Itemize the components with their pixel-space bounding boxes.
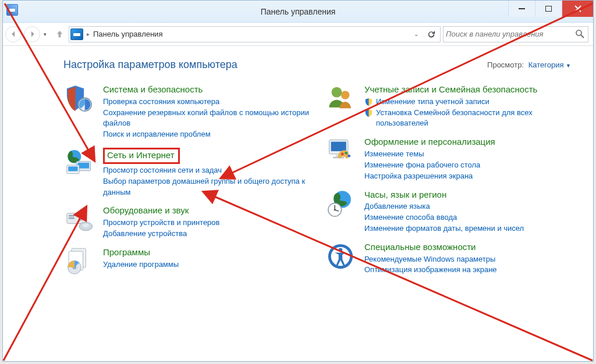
svg-rect-10 <box>69 217 74 219</box>
svg-point-13 <box>83 224 89 228</box>
category-network-internet: Сеть и Интернет Просмотр состояния сети … <box>63 147 310 198</box>
view-by-value: Категория <box>528 60 564 69</box>
link-screen-resolution[interactable]: Настройка разрешения экрана <box>364 171 495 182</box>
user-accounts-icon <box>325 84 356 115</box>
control-panel-icon <box>70 28 83 40</box>
recent-locations-dropdown[interactable]: ▾ <box>44 31 47 37</box>
link-check-state[interactable]: Проверка состояния компьютера <box>103 97 310 108</box>
link-change-background[interactable]: Изменение фона рабочего стола <box>364 160 495 171</box>
link-network-internet[interactable]: Сеть и Интернет <box>103 148 180 164</box>
svg-point-19 <box>341 91 350 99</box>
link-optimize-display[interactable]: Оптимизация изображения на экране <box>364 265 497 276</box>
back-button[interactable] <box>5 26 22 42</box>
window-title: Панель управления <box>261 7 336 16</box>
forward-button[interactable] <box>24 26 40 42</box>
link-input-method[interactable]: Изменение способа ввода <box>364 212 524 223</box>
programs-icon <box>63 247 95 278</box>
system-security-icon <box>63 84 95 115</box>
category-clock-language: Часы, язык и регион Добавление языка Изм… <box>325 189 571 234</box>
svg-point-34 <box>339 248 343 252</box>
breadcrumb-separator: ▸ <box>87 31 90 37</box>
svg-point-18 <box>332 87 342 98</box>
link-devices-printers[interactable]: Просмотр устройств и принтеров <box>103 217 219 229</box>
breadcrumb-root[interactable]: Панель управления <box>93 30 162 38</box>
navigation-bar: ▾ ▸ Панель управления ⌄ <box>3 23 593 46</box>
category-programs: Программы Удаление программы <box>63 247 310 278</box>
svg-rect-9 <box>69 215 74 216</box>
link-change-account-type[interactable]: Изменение типа учетной записи <box>364 97 571 108</box>
clock-language-icon <box>325 189 356 220</box>
view-by-control[interactable]: Просмотр: Категория ▼ <box>487 60 571 69</box>
category-hardware-sound: Оборудование и звук Просмотр устройств и… <box>63 205 310 239</box>
link-change-theme[interactable]: Изменение темы <box>364 149 495 160</box>
search-box[interactable] <box>443 26 588 42</box>
window-frame: Панель управления ▾ ▸ Панель управле <box>2 0 594 362</box>
minimize-button[interactable] <box>508 1 535 17</box>
svg-point-24 <box>341 153 344 156</box>
svg-rect-5 <box>78 163 90 169</box>
link-troubleshoot[interactable]: Поиск и исправление проблем <box>103 129 310 140</box>
ease-of-access-icon <box>325 241 356 273</box>
address-bar[interactable]: ▸ Панель управления ⌄ <box>69 26 441 42</box>
link-network-status[interactable]: Просмотр состояния сети и задач <box>103 165 310 176</box>
uac-shield-icon <box>364 109 373 117</box>
network-internet-icon <box>63 147 95 179</box>
svg-point-25 <box>345 152 347 155</box>
chevron-down-icon: ▼ <box>566 63 571 69</box>
link-file-history[interactable]: Сохранение резервных копий файлов с помо… <box>103 108 310 130</box>
link-family-safety[interactable]: Установка Семейной безопасности для всех… <box>364 108 571 130</box>
link-programs[interactable]: Программы <box>103 247 179 258</box>
svg-rect-21 <box>331 142 346 151</box>
link-system-security[interactable]: Система и безопасность <box>103 84 310 95</box>
link-homegroup[interactable]: Выбор параметров домашней группы и общег… <box>103 176 310 198</box>
svg-point-26 <box>347 155 350 158</box>
svg-point-11 <box>79 216 83 221</box>
link-appearance[interactable]: Оформление и персонализация <box>364 137 495 148</box>
link-clock-language[interactable]: Часы, язык и регион <box>364 190 524 201</box>
link-add-language[interactable]: Добавление языка <box>364 201 524 212</box>
category-system-security: Система и безопасность Проверка состояни… <box>63 84 310 140</box>
content-area: Настройка параметров компьютера Просмотр… <box>3 46 593 361</box>
link-add-device[interactable]: Добавление устройства <box>103 229 219 240</box>
view-by-label: Просмотр: <box>487 60 524 69</box>
uac-shield-icon <box>364 98 373 106</box>
hardware-sound-icon <box>63 205 95 236</box>
svg-rect-7 <box>68 166 77 171</box>
appearance-icon <box>325 136 356 167</box>
link-recommended-settings[interactable]: Рекомендуемые Windows параметры <box>364 254 497 265</box>
search-icon[interactable] <box>575 29 586 40</box>
svg-line-1 <box>581 35 584 38</box>
link-hardware-sound[interactable]: Оборудование и звук <box>103 205 219 216</box>
refresh-button[interactable] <box>424 27 438 41</box>
close-button[interactable] <box>562 1 593 17</box>
link-date-time-formats[interactable]: Изменение форматов даты, времени и чисел <box>364 223 524 234</box>
maximize-button[interactable] <box>535 1 562 17</box>
address-history-dropdown[interactable]: ⌄ <box>411 31 421 37</box>
category-ease-of-access: Специальные возможности Рекомендуемые Wi… <box>325 241 571 276</box>
link-user-accounts[interactable]: Учетные записи и Семейная безопасность <box>364 84 571 95</box>
link-uninstall[interactable]: Удаление программы <box>103 259 179 270</box>
up-button[interactable] <box>52 26 66 42</box>
search-input[interactable] <box>446 30 575 38</box>
category-appearance: Оформление и персонализация Изменение те… <box>325 136 571 181</box>
svg-point-0 <box>576 30 581 35</box>
category-user-accounts: Учетные записи и Семейная безопасность И… <box>325 84 571 129</box>
link-ease-of-access[interactable]: Специальные возможности <box>364 242 497 253</box>
page-heading: Настройка параметров компьютера <box>63 59 237 71</box>
titlebar[interactable]: Панель управления <box>3 1 593 23</box>
svg-point-31 <box>334 209 336 210</box>
cp-icon <box>6 4 18 16</box>
